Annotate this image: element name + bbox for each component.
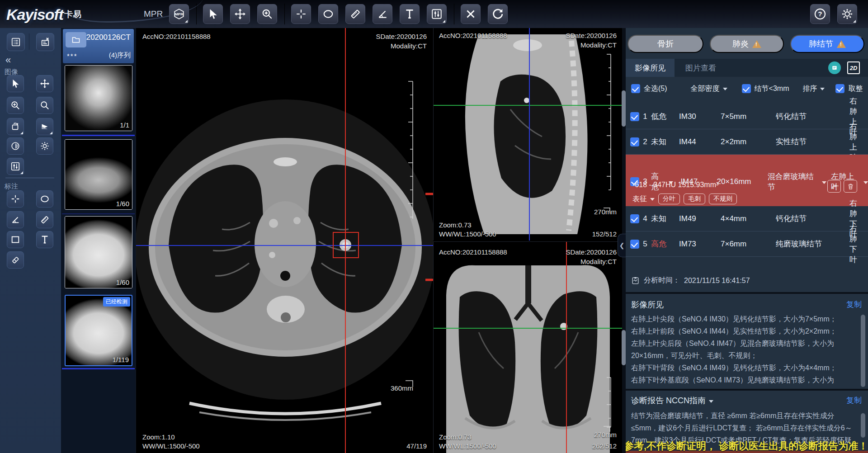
module-tab-lung-nodule[interactable]: 肺结节 xyxy=(790,35,864,53)
nodule-image-no: IM73 xyxy=(679,240,721,249)
magnify-button[interactable] xyxy=(36,97,53,114)
series-thumbnail-2[interactable]: 1/60 xyxy=(65,139,132,210)
module-tab-fracture[interactable]: 骨折 xyxy=(627,35,703,53)
copy-findings-button[interactable]: 复制 xyxy=(846,299,862,310)
reset-view-button[interactable] xyxy=(488,4,508,24)
report-section-title: 诊断报告 NCCN指南 xyxy=(631,395,713,406)
findings-scrollbar[interactable] xyxy=(861,315,865,387)
report-scrollbar[interactable] xyxy=(861,413,865,438)
annotate-angle-button[interactable] xyxy=(7,211,24,228)
close-series-button[interactable] xyxy=(36,33,54,51)
tab-label: 影像所见 xyxy=(635,63,665,73)
coronal-ct-image xyxy=(434,242,622,453)
module-tab-pneumonia[interactable]: 肺炎 xyxy=(710,35,784,53)
row-checkbox[interactable] xyxy=(630,112,639,121)
density-dropdown[interactable]: 全部密度 xyxy=(691,84,727,94)
svg-text:MPR: MPR xyxy=(175,12,183,16)
coronal-zoom-label: Zoom:0.73 xyxy=(439,433,472,441)
row-checkbox[interactable] xyxy=(630,214,639,223)
select-all-label: 全选(5) xyxy=(644,84,667,94)
small-nodule-checkbox[interactable] xyxy=(742,84,751,93)
rotate-button[interactable] xyxy=(7,118,24,135)
series-thumbnail-1[interactable]: 1/1 xyxy=(65,65,132,131)
report-card-button[interactable] xyxy=(828,61,841,74)
nodule-row-5[interactable]: 5 高危 IM73 7×6mm 纯磨玻璃结节 右肺下叶 xyxy=(626,231,868,257)
nodule-type-dropdown[interactable]: 混合磨玻璃结节 xyxy=(768,171,819,192)
image-cursor-button[interactable] xyxy=(7,75,24,92)
copy-report-button[interactable]: 复制 xyxy=(846,395,862,406)
caret-down-icon xyxy=(822,181,826,186)
flip-button[interactable] xyxy=(36,118,53,135)
route-icon xyxy=(830,183,838,190)
nodule-row-3-selected[interactable]: 3 高危 IM47 20×16mm 混合磨玻璃结节 左肺上叶 -618 - 34… xyxy=(626,155,868,206)
image-pan-button[interactable] xyxy=(36,75,53,92)
collapse-right-panel-handle[interactable]: ❮ xyxy=(618,234,626,257)
compare-follow-button[interactable] xyxy=(827,180,841,193)
annotate-crosshair-button[interactable] xyxy=(7,190,24,208)
sagittal-slice-counter: 152/512 xyxy=(592,230,617,238)
palette-window-level-button[interactable] xyxy=(7,158,24,175)
invert-button[interactable] xyxy=(7,137,24,155)
nodule-risk: 未知 xyxy=(651,137,679,147)
help-icon: ? xyxy=(814,8,826,20)
ruler-tool-button[interactable] xyxy=(345,4,365,24)
report-card-icon xyxy=(831,64,838,71)
text-tool-button[interactable] xyxy=(400,4,420,24)
viewport-coronal[interactable]: AccNO:202101158888 SDate:20200126 Modali… xyxy=(433,241,622,453)
caret-down-icon xyxy=(820,88,825,93)
feature-dropdown[interactable]: 表征 xyxy=(632,194,655,204)
thumbnail-image xyxy=(65,217,132,288)
annotate-ellipse-button[interactable] xyxy=(36,190,53,208)
help-button[interactable]: ? xyxy=(810,4,830,24)
rotate-icon xyxy=(10,122,20,132)
clipboard-icon xyxy=(631,276,640,285)
eraser-button[interactable] xyxy=(7,251,24,269)
tab-image-view[interactable]: 图片查看 xyxy=(676,59,725,77)
select-all-checkbox[interactable] xyxy=(631,84,640,93)
reset-icon xyxy=(491,8,504,20)
mpr-layout-button[interactable]: MPR xyxy=(169,4,189,24)
feature-chip-irregular[interactable]: 不规则 xyxy=(709,193,737,204)
angle-tool-button[interactable] xyxy=(373,4,392,24)
open-study-button[interactable] xyxy=(66,32,86,47)
zoom-tool-button[interactable] xyxy=(257,4,277,24)
cursor-tool-button[interactable] xyxy=(203,4,223,24)
mode-2d-button[interactable]: 2D xyxy=(847,61,860,74)
series-thumbnail-4-selected[interactable]: 已经检测 1/119 xyxy=(65,295,132,366)
nodule-row-1[interactable]: 1 低危 IM30 7×5mm 钙化结节 右肺上叶 xyxy=(626,104,868,129)
settings-button[interactable] xyxy=(837,4,857,24)
pan-tool-button[interactable] xyxy=(230,4,250,24)
sliders-icon xyxy=(10,161,20,171)
feature-chip-lobulated[interactable]: 分叶 xyxy=(658,193,680,204)
brightness-button[interactable] xyxy=(36,137,53,155)
coronal-modality: Modality:CT xyxy=(580,258,617,265)
nodule-location: 右肺下叶 xyxy=(844,223,868,265)
series-list-button[interactable] xyxy=(7,33,25,51)
round-checkbox[interactable] xyxy=(835,84,844,93)
annotate-text-button[interactable] xyxy=(36,231,53,248)
viewport-sagittal[interactable]: AccNO:202101158888 SDate:20200126 Modali… xyxy=(433,28,622,241)
delete-nodule-button[interactable] xyxy=(844,180,857,193)
row-checkbox[interactable] xyxy=(630,137,639,146)
sort-dropdown[interactable]: 排序 xyxy=(802,84,825,94)
window-level-button[interactable] xyxy=(427,4,447,24)
feature-chip-spiculated[interactable]: 毛刺 xyxy=(684,193,705,204)
annotate-rectangle-button[interactable] xyxy=(7,231,24,248)
rectangle-icon xyxy=(10,235,20,245)
study-header-card[interactable]: 20200126CT *** (4)序列 xyxy=(63,29,134,63)
disclaimer-marquee: 参考,不作诊断证明， 诊断以医生出具的诊断报告为准！ xyxy=(626,439,868,453)
viewport-axial[interactable]: AccNO:202101158888 SDate:20200126 Modali… xyxy=(136,28,433,453)
nodule-row-2[interactable]: 2 未知 IM44 2×2mm 实性结节 右肺上叶 xyxy=(626,129,868,155)
sagittal-scrollbar[interactable] xyxy=(622,90,626,127)
nodule-row-4[interactable]: 4 未知 IM49 4×4mm 钙化结节 右肺下叶 xyxy=(626,206,868,231)
image-zoom-button[interactable] xyxy=(7,97,24,114)
collapse-panel-button[interactable]: « xyxy=(5,54,11,66)
coronal-scrollbar[interactable] xyxy=(622,330,626,365)
row-checkbox[interactable] xyxy=(630,240,639,249)
delete-annotation-button[interactable] xyxy=(461,4,481,24)
series-thumbnail-3[interactable]: 1/60 xyxy=(65,216,132,288)
ellipse-tool-button[interactable] xyxy=(318,4,338,24)
crosshair-tool-button[interactable] xyxy=(291,4,311,24)
annotate-ruler-button[interactable] xyxy=(36,211,53,228)
tab-imaging-findings[interactable]: 影像所见 xyxy=(626,59,675,77)
